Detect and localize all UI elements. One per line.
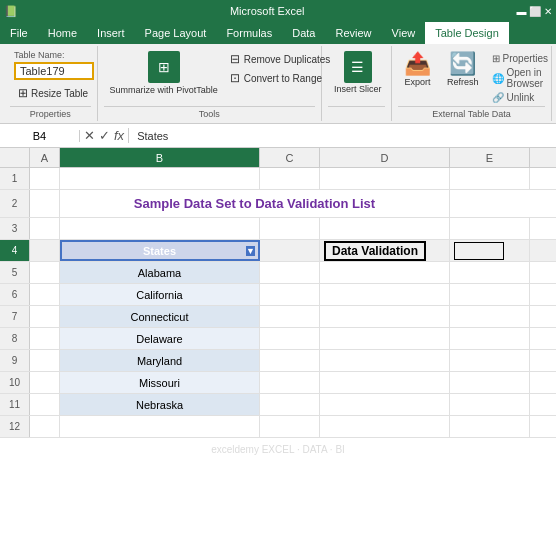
cell-e9[interactable] <box>450 350 530 371</box>
data-validation-input[interactable] <box>454 242 504 260</box>
cell-b5[interactable]: Alabama <box>60 262 260 283</box>
confirm-formula-icon[interactable]: ✓ <box>99 128 110 143</box>
open-browser-button[interactable]: 🌐 Open in Browser <box>489 66 552 90</box>
cell-a7[interactable] <box>30 306 60 327</box>
cell-b6[interactable]: California <box>60 284 260 305</box>
resize-table-button[interactable]: ⊞ Resize Table <box>14 84 94 102</box>
cell-e7[interactable] <box>450 306 530 327</box>
unlink-button[interactable]: 🔗 Unlink <box>489 91 552 104</box>
properties-side-label: Properties <box>503 53 549 64</box>
col-header-e[interactable]: E <box>450 148 530 167</box>
col-header-d[interactable]: D <box>320 148 450 167</box>
row-num-1: 1 <box>0 168 30 189</box>
summarize-pivot-button[interactable]: ⊞ Summarize with PivotTable <box>104 48 224 98</box>
cell-d12[interactable] <box>320 416 450 437</box>
export-button[interactable]: 📤 Export <box>398 50 437 104</box>
tab-table-design[interactable]: Table Design <box>425 22 509 44</box>
cell-c9[interactable] <box>260 350 320 371</box>
cell-e6[interactable] <box>450 284 530 305</box>
cell-e12[interactable] <box>450 416 530 437</box>
cell-a6[interactable] <box>30 284 60 305</box>
properties-side-button[interactable]: ⊞ Properties <box>489 52 552 65</box>
formula-content: States <box>129 130 556 142</box>
cell-c4[interactable] <box>260 240 320 261</box>
tab-insert[interactable]: Insert <box>87 22 135 44</box>
cell-c11[interactable] <box>260 394 320 415</box>
cell-c3[interactable] <box>260 218 320 239</box>
cancel-formula-icon[interactable]: ✕ <box>84 128 95 143</box>
cell-d5[interactable] <box>320 262 450 283</box>
cell-a5[interactable] <box>30 262 60 283</box>
cell-d11[interactable] <box>320 394 450 415</box>
cell-c6[interactable] <box>260 284 320 305</box>
convert-label: Convert to Range <box>244 73 322 84</box>
cell-d8[interactable] <box>320 328 450 349</box>
cell-c8[interactable] <box>260 328 320 349</box>
cell-e1[interactable] <box>450 168 530 189</box>
cell-e8[interactable] <box>450 328 530 349</box>
states-dropdown-arrow[interactable]: ▼ <box>246 246 255 256</box>
cell-c12[interactable] <box>260 416 320 437</box>
col-header-a[interactable]: A <box>30 148 60 167</box>
cell-c7[interactable] <box>260 306 320 327</box>
cell-a1[interactable] <box>30 168 60 189</box>
cell-a10[interactable] <box>30 372 60 393</box>
row-num-7: 7 <box>0 306 30 327</box>
col-header-c[interactable]: C <box>260 148 320 167</box>
cell-d1[interactable] <box>320 168 450 189</box>
cell-b1[interactable] <box>60 168 260 189</box>
cell-a4[interactable] <box>30 240 60 261</box>
cell-b7[interactable]: Connecticut <box>60 306 260 327</box>
cell-a3[interactable] <box>30 218 60 239</box>
cell-b12[interactable] <box>60 416 260 437</box>
tab-review[interactable]: Review <box>325 22 381 44</box>
cell-a12[interactable] <box>30 416 60 437</box>
tab-page-layout[interactable]: Page Layout <box>135 22 217 44</box>
tab-view[interactable]: View <box>382 22 426 44</box>
cell-c5[interactable] <box>260 262 320 283</box>
tab-home[interactable]: Home <box>38 22 87 44</box>
cell-d6[interactable] <box>320 284 450 305</box>
cell-b3[interactable] <box>60 218 260 239</box>
remove-duplicates-button[interactable]: ⊟ Remove Duplicates <box>226 50 335 68</box>
cell-e5[interactable] <box>450 262 530 283</box>
external-label: External Table Data <box>398 106 545 121</box>
cell-e11[interactable] <box>450 394 530 415</box>
cell-reference-box[interactable]: B4 <box>0 130 80 142</box>
refresh-button[interactable]: 🔄 Refresh <box>441 50 485 104</box>
cell-e10[interactable] <box>450 372 530 393</box>
cell-e3[interactable] <box>450 218 530 239</box>
cell-a9[interactable] <box>30 350 60 371</box>
insert-slicer-button[interactable]: ☰ Insert Slicer <box>328 48 388 97</box>
cell-b8[interactable]: Delaware <box>60 328 260 349</box>
table-row: 3 <box>0 218 556 240</box>
insert-function-icon[interactable]: fx <box>114 128 124 143</box>
cell-b11[interactable]: Nebraska <box>60 394 260 415</box>
cell-a11[interactable] <box>30 394 60 415</box>
cell-a8[interactable] <box>30 328 60 349</box>
cell-b4[interactable]: States ▼ <box>60 240 260 261</box>
cell-a2[interactable] <box>30 190 60 217</box>
tab-file[interactable]: File <box>0 22 38 44</box>
cell-c1[interactable] <box>260 168 320 189</box>
properties-side-icon: ⊞ <box>492 53 500 64</box>
cell-e4[interactable] <box>450 240 530 261</box>
cell-d7[interactable] <box>320 306 450 327</box>
cell-d10[interactable] <box>320 372 450 393</box>
col-header-b[interactable]: B <box>60 148 260 167</box>
cell-d3[interactable] <box>320 218 450 239</box>
row-num-3: 3 <box>0 218 30 239</box>
table-name-input[interactable] <box>14 62 94 80</box>
cell-b10[interactable]: Missouri <box>60 372 260 393</box>
cell-b2[interactable]: Sample Data Set to Data Validation List <box>60 190 450 217</box>
ribbon-group-tools: ⊞ Summarize with PivotTable ⊟ Remove Dup… <box>98 46 322 121</box>
cell-d9[interactable] <box>320 350 450 371</box>
cell-d4[interactable]: Data Validation <box>320 240 450 261</box>
tab-formulas[interactable]: Formulas <box>216 22 282 44</box>
table-row: 10 Missouri <box>0 372 556 394</box>
ribbon-group-properties: Table Name: ⊞ Resize Table Properties <box>4 46 98 121</box>
convert-to-range-button[interactable]: ⊡ Convert to Range <box>226 69 335 87</box>
cell-b9[interactable]: Maryland <box>60 350 260 371</box>
cell-c10[interactable] <box>260 372 320 393</box>
tab-data[interactable]: Data <box>282 22 325 44</box>
